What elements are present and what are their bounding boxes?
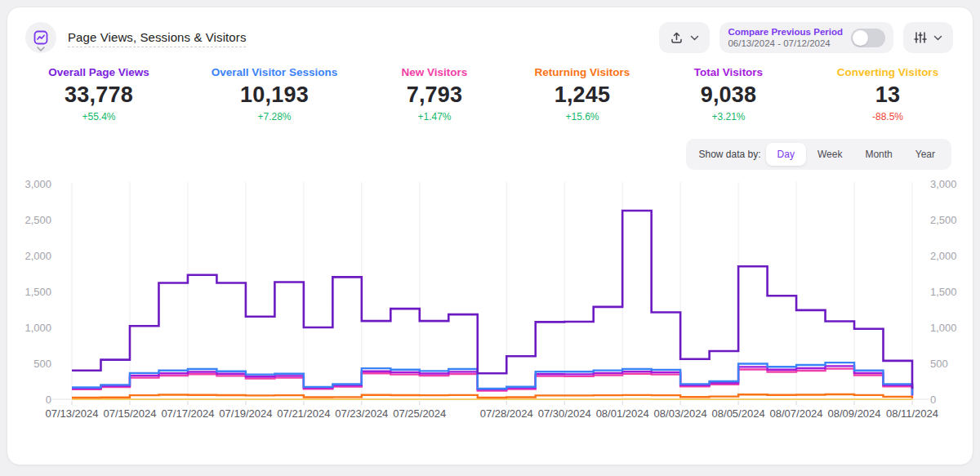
svg-text:500: 500 xyxy=(930,358,948,370)
filter-button[interactable] xyxy=(903,22,953,53)
metric-returning-visitors[interactable]: Returning Visitors 1,245 +15.6% xyxy=(510,66,654,122)
svg-text:1,500: 1,500 xyxy=(930,286,957,298)
svg-text:2,500: 2,500 xyxy=(24,214,51,226)
svg-text:08/11/2024: 08/11/2024 xyxy=(886,407,938,420)
metric-label: New Visitors xyxy=(359,66,510,78)
metric-value: 1,245 xyxy=(510,82,654,108)
export-button[interactable] xyxy=(659,22,710,53)
metric-total-visitors[interactable]: Total Visitors 9,038 +3.21% xyxy=(654,66,803,122)
compare-previous-period: Compare Previous Period 06/13/2024 - 07/… xyxy=(719,22,893,53)
metric-label: Overall Page Views xyxy=(7,66,190,78)
chart: 005005001,0001,0001,5001,5002,0002,0002,… xyxy=(7,177,973,425)
metrics-row: Overall Page Views 33,778 +55.4% Overall… xyxy=(7,66,973,122)
svg-text:07/19/2024: 07/19/2024 xyxy=(219,407,272,420)
metric-delta: +55.4% xyxy=(7,111,190,122)
svg-text:2,000: 2,000 xyxy=(24,250,51,262)
metric-label: Converting Visitors xyxy=(803,66,973,78)
tab-year[interactable]: Year xyxy=(904,143,947,166)
metric-label: Total Visitors xyxy=(654,66,803,78)
metric-value: 33,778 xyxy=(7,82,190,108)
svg-text:1,500: 1,500 xyxy=(24,286,51,298)
svg-text:2,500: 2,500 xyxy=(930,214,957,226)
metric-overall-visitor-sessions[interactable]: Overall Visitor Sessions 10,193 +7.28% xyxy=(190,66,359,122)
metric-overall-page-views[interactable]: Overall Page Views 33,778 +55.4% xyxy=(7,66,190,122)
metric-value: 10,193 xyxy=(190,82,359,108)
chevron-down-icon xyxy=(36,46,46,52)
compare-label: Compare Previous Period xyxy=(728,26,843,38)
metric-converting-visitors[interactable]: Converting Visitors 13 -88.5% xyxy=(803,66,973,122)
svg-text:0: 0 xyxy=(930,394,936,406)
svg-text:07/28/2024: 07/28/2024 xyxy=(480,407,533,420)
metric-label: Returning Visitors xyxy=(510,66,654,78)
svg-text:1,000: 1,000 xyxy=(930,322,957,334)
metric-value: 7,793 xyxy=(359,82,510,108)
chevron-down-icon xyxy=(690,35,699,41)
metric-delta: +7.28% xyxy=(190,111,359,122)
svg-text:08/03/2024: 08/03/2024 xyxy=(654,407,707,420)
svg-text:07/23/2024: 07/23/2024 xyxy=(335,407,388,420)
svg-text:08/01/2024: 08/01/2024 xyxy=(596,407,649,420)
metric-label: Overall Visitor Sessions xyxy=(190,66,359,78)
show-data-by-row: Show data by: Day Week Month Year xyxy=(7,139,973,170)
metric-value: 9,038 xyxy=(654,82,803,108)
svg-text:08/05/2024: 08/05/2024 xyxy=(712,407,765,420)
widget-icon[interactable] xyxy=(25,22,56,55)
tab-month[interactable]: Month xyxy=(853,143,903,166)
metric-delta: +1.47% xyxy=(359,111,510,122)
tab-week[interactable]: Week xyxy=(806,143,853,166)
metric-new-visitors[interactable]: New Visitors 7,793 +1.47% xyxy=(359,66,510,122)
svg-text:07/30/2024: 07/30/2024 xyxy=(538,407,591,420)
compare-toggle[interactable] xyxy=(851,29,885,47)
chart-canvas[interactable]: 005005001,0001,0001,5001,5002,0002,0002,… xyxy=(7,177,974,422)
header: Page Views, Sessions & Visitors Compare … xyxy=(7,7,973,55)
chevron-down-icon xyxy=(933,35,942,41)
widget-card: Page Views, Sessions & Visitors Compare … xyxy=(7,7,973,465)
toggle-knob xyxy=(853,30,868,46)
show-data-by-control: Show data by: Day Week Month Year xyxy=(686,139,951,170)
metric-delta: -88.5% xyxy=(803,111,973,122)
svg-text:3,000: 3,000 xyxy=(24,178,51,190)
svg-text:07/15/2024: 07/15/2024 xyxy=(103,407,156,420)
svg-text:3,000: 3,000 xyxy=(930,178,957,190)
chart-line-icon xyxy=(33,29,49,46)
svg-text:07/25/2024: 07/25/2024 xyxy=(393,407,446,420)
metric-delta: +3.21% xyxy=(654,111,803,122)
upload-icon xyxy=(670,31,684,45)
svg-text:07/13/2024: 07/13/2024 xyxy=(45,407,98,420)
compare-date-range: 06/13/2024 - 07/12/2024 xyxy=(728,38,830,49)
svg-text:08/07/2024: 08/07/2024 xyxy=(770,407,823,420)
svg-text:07/21/2024: 07/21/2024 xyxy=(277,407,330,420)
metric-value: 13 xyxy=(803,82,973,108)
show-data-by-label: Show data by: xyxy=(699,149,761,160)
sliders-icon xyxy=(914,31,927,44)
page-title: Page Views, Sessions & Visitors xyxy=(68,30,246,47)
svg-text:500: 500 xyxy=(33,358,51,370)
svg-text:0: 0 xyxy=(46,394,51,406)
metric-delta: +15.6% xyxy=(510,111,654,122)
svg-text:08/09/2024: 08/09/2024 xyxy=(827,407,880,420)
svg-text:2,000: 2,000 xyxy=(930,250,957,262)
svg-text:07/17/2024: 07/17/2024 xyxy=(161,407,214,420)
tab-day[interactable]: Day xyxy=(766,143,806,166)
svg-text:1,000: 1,000 xyxy=(24,322,51,334)
